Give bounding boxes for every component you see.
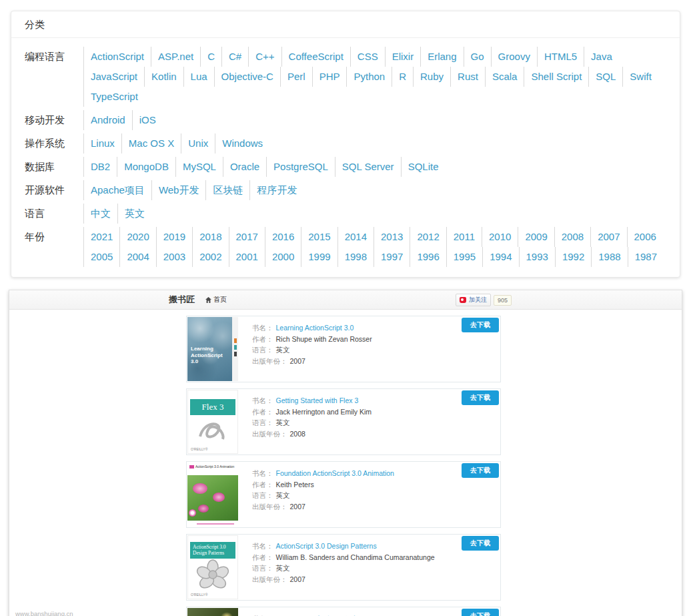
filter-link[interactable]: 2000: [265, 247, 301, 267]
filter-link[interactable]: 2011: [446, 227, 482, 247]
filter-link[interactable]: C#: [221, 47, 248, 67]
filter-link[interactable]: Swift: [622, 67, 658, 87]
filter-link[interactable]: 1993: [519, 247, 555, 267]
book-title-link[interactable]: Foundation ActionScript 3.0 Animation: [276, 469, 394, 478]
filter-link[interactable]: Linux: [83, 133, 121, 153]
filter-link[interactable]: 2002: [192, 247, 228, 267]
filter-link[interactable]: 英文: [117, 204, 151, 224]
download-button[interactable]: 去下载: [462, 390, 499, 405]
filter-link[interactable]: 1992: [555, 247, 591, 267]
filter-link[interactable]: 2008: [554, 227, 590, 247]
filter-link[interactable]: 2018: [192, 227, 228, 247]
filter-link[interactable]: Objective-C: [214, 67, 280, 87]
filter-link[interactable]: CSS: [350, 47, 385, 67]
filter-link[interactable]: JavaScript: [83, 67, 144, 87]
filter-link[interactable]: Scala: [485, 67, 524, 87]
book-author-value: William B. Sanders and Chandima Cumarana…: [276, 553, 435, 562]
filter-link[interactable]: PostgreSQL: [266, 157, 335, 177]
filter-link[interactable]: 1987: [628, 247, 664, 267]
filter-link[interactable]: 2015: [301, 227, 337, 247]
brand-logo[interactable]: 搬书匠: [169, 294, 195, 306]
filter-link[interactable]: Groovy: [491, 47, 537, 67]
filter-link[interactable]: 2019: [156, 227, 192, 247]
filter-link[interactable]: Windows: [215, 133, 269, 153]
filter-link[interactable]: 2021: [83, 227, 119, 247]
filter-link[interactable]: 2013: [374, 227, 410, 247]
filter-link[interactable]: 2014: [337, 227, 374, 247]
filter-link[interactable]: SQL Server: [335, 157, 401, 177]
filter-link[interactable]: Rust: [450, 67, 485, 87]
filter-link[interactable]: Web开发: [151, 180, 206, 200]
download-button[interactable]: 去下载: [462, 536, 499, 551]
filter-link[interactable]: C++: [248, 47, 281, 67]
filter-link[interactable]: iOS: [132, 110, 163, 130]
filter-link[interactable]: TypeScript: [83, 87, 145, 107]
filter-link[interactable]: 2017: [229, 227, 265, 247]
filter-link[interactable]: Android: [83, 110, 132, 130]
filter-link[interactable]: Elixir: [385, 47, 421, 67]
filter-link[interactable]: 2009: [518, 227, 554, 247]
nav-home[interactable]: 首页: [205, 295, 227, 304]
filter-link[interactable]: 2016: [265, 227, 301, 247]
filter-link[interactable]: 2005: [83, 247, 119, 267]
filter-link-list: AndroidiOS: [83, 110, 666, 130]
filter-link[interactable]: ASP.net: [151, 47, 200, 67]
filter-link[interactable]: 2010: [482, 227, 518, 247]
filter-link[interactable]: 中文: [83, 204, 117, 224]
filter-link[interactable]: Kotlin: [144, 67, 183, 87]
book-author-value: Rich Shupe with Zevan Rosser: [276, 335, 372, 344]
filter-link[interactable]: Go: [464, 47, 491, 67]
filter-link[interactable]: SQLite: [401, 157, 446, 177]
book-year-label: 出版年份：: [252, 357, 287, 366]
filter-link[interactable]: SQL: [588, 67, 622, 87]
filter-row: 数据库DB2MongoDBMySQLOraclePostgreSQLSQL Se…: [25, 157, 666, 177]
download-button[interactable]: 去下载: [462, 463, 499, 478]
filter-link[interactable]: Lua: [183, 67, 214, 87]
book-author-row: 作者：Rich Shupe with Zevan Rosser: [252, 335, 500, 344]
filter-link[interactable]: 1988: [591, 247, 627, 267]
filter-link[interactable]: CoffeeScript: [281, 47, 350, 67]
book-language-label: 语言：: [252, 564, 273, 573]
filter-link[interactable]: R: [392, 67, 413, 87]
filter-link[interactable]: Python: [346, 67, 392, 87]
filter-link[interactable]: Perl: [280, 67, 312, 87]
book-title-link[interactable]: Learning ActionScript 3.0: [276, 324, 354, 332]
filter-link[interactable]: Java: [584, 47, 619, 67]
filter-link[interactable]: 1998: [337, 247, 374, 267]
filter-link[interactable]: 2012: [410, 227, 446, 247]
filter-link[interactable]: MySQL: [175, 157, 223, 177]
filter-link[interactable]: 1996: [410, 247, 446, 267]
filter-link[interactable]: MongoDB: [117, 157, 175, 177]
filter-link[interactable]: Ruby: [413, 67, 450, 87]
book-title-link[interactable]: Getting Started with Flex 3: [276, 396, 359, 405]
filter-link[interactable]: 2001: [229, 247, 265, 267]
filter-link[interactable]: ActionScript: [83, 47, 151, 67]
filter-link[interactable]: Shell Script: [524, 67, 588, 87]
filter-link[interactable]: Oracle: [223, 157, 266, 177]
filter-link[interactable]: PHP: [312, 67, 347, 87]
weibo-follow-button[interactable]: 加关注: [456, 294, 491, 306]
filter-link[interactable]: Apache项目: [83, 180, 151, 200]
filter-link[interactable]: 2004: [119, 247, 155, 267]
filter-link[interactable]: 1999: [301, 247, 337, 267]
filter-link[interactable]: DB2: [83, 157, 117, 177]
filter-link[interactable]: 2020: [119, 227, 155, 247]
filter-link[interactable]: 2006: [627, 227, 663, 247]
filter-link[interactable]: 1994: [482, 247, 518, 267]
filter-link[interactable]: 1997: [374, 247, 410, 267]
download-button[interactable]: 去下载: [462, 609, 499, 616]
filter-link[interactable]: Unix: [181, 133, 215, 153]
filter-link[interactable]: Mac OS X: [121, 133, 181, 153]
weibo-follow-widget[interactable]: 加关注 905: [456, 294, 512, 306]
filter-link[interactable]: 2007: [590, 227, 626, 247]
filter-link[interactable]: 程序开发: [249, 180, 303, 200]
filter-link[interactable]: 区块链: [205, 180, 249, 200]
filter-link[interactable]: C: [200, 47, 221, 67]
filter-link[interactable]: 1995: [446, 247, 482, 267]
filter-link[interactable]: Erlang: [420, 47, 463, 67]
filter-link[interactable]: HTML5: [537, 47, 584, 67]
book-title-link[interactable]: ActionScript 3.0 Design Patterns: [276, 542, 377, 551]
filter-link[interactable]: 2003: [156, 247, 192, 267]
download-button[interactable]: 去下载: [462, 318, 499, 332]
filter-row: 年份20212020201920182017201620152014201320…: [25, 227, 666, 267]
